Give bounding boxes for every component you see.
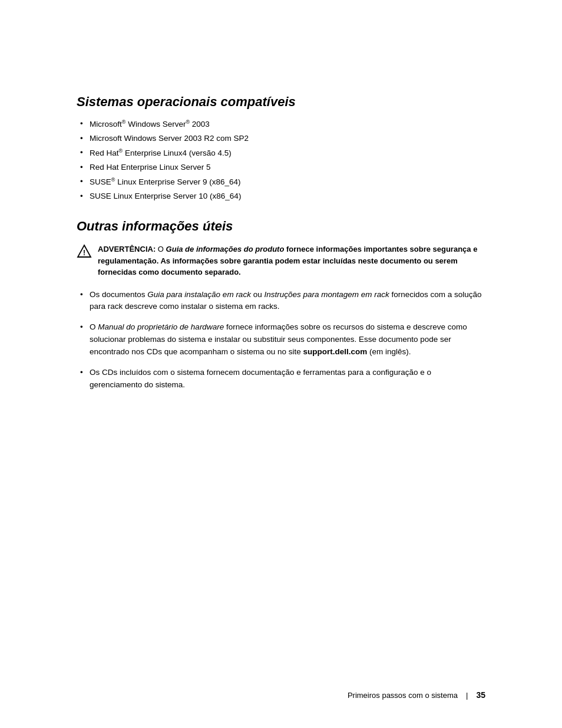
warning-guide-name: Guia de informações do produto: [166, 245, 285, 253]
info-item-1: Os documentos Guia para instalação em ra…: [90, 290, 482, 311]
list-item: SUSE® Linux Enterprise Server 9 (x86_64): [77, 176, 485, 188]
list-item: Microsoft® Windows Server® 2003: [77, 118, 485, 130]
footer-text: Primeiros passos com o sistema: [348, 691, 458, 700]
info-item-3: Os CDs incluídos com o sistema fornecem …: [90, 368, 431, 389]
info-list: Os documentos Guia para instalação em ra…: [77, 289, 485, 391]
warning-prefix: O: [158, 245, 166, 253]
warning-icon: !: [77, 244, 92, 259]
list-item: Microsoft Windows Server 2003 R2 com SP2: [77, 133, 485, 144]
os-item-5: SUSE® Linux Enterprise Server 9 (x86_64): [90, 177, 241, 186]
info-item-2: O Manual do proprietário de hardware for…: [90, 322, 467, 356]
os-item-4: Red Hat Enterprise Linux Server 5: [90, 163, 211, 172]
os-item-6: SUSE Linux Enterprise Server 10 (x86_64): [90, 192, 241, 200]
list-item: O Manual do proprietário de hardware for…: [77, 321, 485, 358]
section-other-info: Outras informações úteis ! ADVERTÊNCIA: …: [77, 219, 485, 391]
os-item-1: Microsoft® Windows Server® 2003: [90, 120, 210, 129]
warning-box: ! ADVERTÊNCIA: O Guia de informações do …: [77, 243, 485, 278]
warning-text: ADVERTÊNCIA: O Guia de informações do pr…: [98, 243, 485, 278]
inline-italic: Manual do proprietário de hardware: [98, 322, 224, 331]
inline-italic: Instruções para montagem em rack: [264, 290, 389, 299]
section2-title: Outras informações úteis: [77, 219, 485, 234]
list-item: Os CDs incluídos com o sistema fornecem …: [77, 367, 485, 391]
section1-title: Sistemas operacionais compatíveis: [77, 94, 485, 110]
inline-italic: Guia para instalação em rack: [147, 290, 251, 299]
footer-page-number: 35: [476, 690, 485, 700]
list-item: Red Hat Enterprise Linux Server 5: [77, 162, 485, 173]
support-link: support.dell.com: [303, 347, 367, 356]
list-item: SUSE Linux Enterprise Server 10 (x86_64): [77, 190, 485, 202]
warning-label: ADVERTÊNCIA:: [98, 245, 156, 253]
list-item: Red Hat® Enterprise Linux4 (versão 4.5): [77, 147, 485, 159]
svg-text:!: !: [83, 249, 85, 257]
list-item: Os documentos Guia para instalação em ra…: [77, 289, 485, 314]
os-list: Microsoft® Windows Server® 2003 Microsof…: [77, 118, 485, 202]
os-item-3: Red Hat® Enterprise Linux4 (versão 4.5): [90, 149, 232, 157]
section-compatible-os: Sistemas operacionais compatíveis Micros…: [77, 94, 485, 202]
footer: Primeiros passos com o sistema | 35: [348, 690, 485, 700]
os-item-2: Microsoft Windows Server 2003 R2 com SP2: [90, 134, 249, 143]
page-container: Sistemas operacionais compatíveis Micros…: [0, 0, 562, 728]
footer-separator: |: [466, 691, 468, 700]
